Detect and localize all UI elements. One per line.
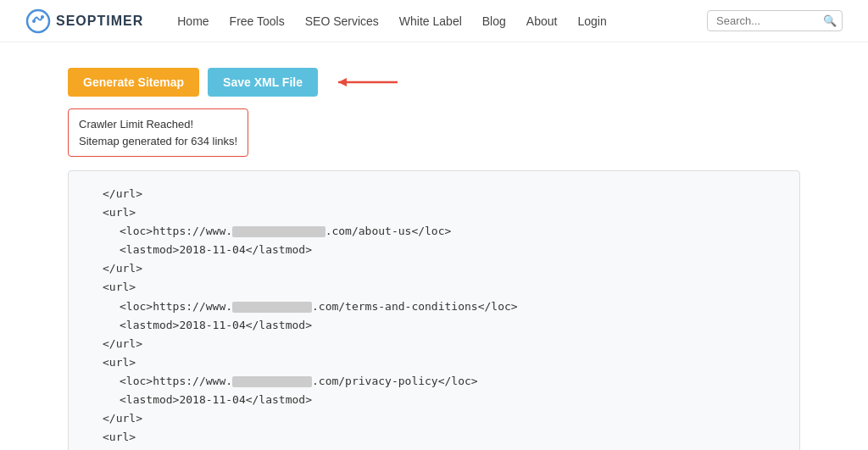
xml-content-area: </url> <url> <loc>https://www. .com/abou… [68,170,800,450]
alert-line2: Sitemap generated for 634 links! [79,133,237,150]
nav-home[interactable]: Home [177,14,209,28]
svg-point-2 [41,15,44,19]
xml-line-10: <url> [103,353,782,372]
xml-line-14: <url> [103,428,782,447]
xml-line-2: <url> [103,203,782,222]
xml-line-3: <loc>https://www. .com/about-us</loc> [120,222,782,241]
logo[interactable]: SEOPTIMER [25,8,143,34]
logo-text: SEOPTIMER [56,14,143,29]
nav-free-tools[interactable]: Free Tools [230,14,285,28]
svg-point-1 [32,19,36,23]
xml-line-11: <loc>https://www. .com/privacy-policy</l… [120,372,782,391]
xml-line-12: <lastmod>2018-11-04</lastmod> [120,391,782,409]
nav-blog[interactable]: Blog [482,14,506,28]
save-xml-button[interactable]: Save XML File [208,68,318,97]
search-input[interactable] [716,14,818,27]
header: SEOPTIMER Home Free Tools SEO Services W… [0,0,868,42]
svg-point-0 [27,10,49,32]
xml-line-6: <url> [103,278,782,297]
xml-line-9: </url> [103,335,782,353]
xml-line-8: <lastmod>2018-11-04</lastmod> [120,316,782,335]
search-icon: 🔍 [823,14,837,27]
xml-line-7: <loc>https://www. .com/terms-and-conditi… [120,297,782,316]
xml-line-1: </url> [103,185,782,203]
svg-marker-4 [338,78,347,86]
xml-line-4: <lastmod>2018-11-04</lastmod> [120,241,782,259]
xml-line-13: </url> [103,409,782,428]
generate-sitemap-button[interactable]: Generate Sitemap [68,68,199,97]
nav-about[interactable]: About [526,14,558,28]
logo-icon [25,8,51,34]
main-content: Generate Sitemap Save XML File Crawler L… [0,42,868,450]
nav-seo-services[interactable]: SEO Services [305,14,379,28]
blurred-domain-2 [232,302,312,313]
main-nav: Home Free Tools SEO Services White Label… [177,14,707,28]
search-box: 🔍 [707,10,843,31]
action-buttons-row: Generate Sitemap Save XML File [68,68,800,97]
xml-line-15: <loc>https://www. .com/refund-policy</lo… [120,447,782,450]
nav-login[interactable]: Login [577,14,606,28]
blurred-domain-3 [232,376,312,387]
alert-line1: Crawler Limit Reached! [79,116,237,133]
alert-box: Crawler Limit Reached! Sitemap generated… [68,108,248,157]
xml-line-5: </url> [103,259,782,278]
nav-white-label[interactable]: White Label [399,14,462,28]
arrow-indicator [330,73,406,92]
blurred-domain-1 [232,226,326,237]
